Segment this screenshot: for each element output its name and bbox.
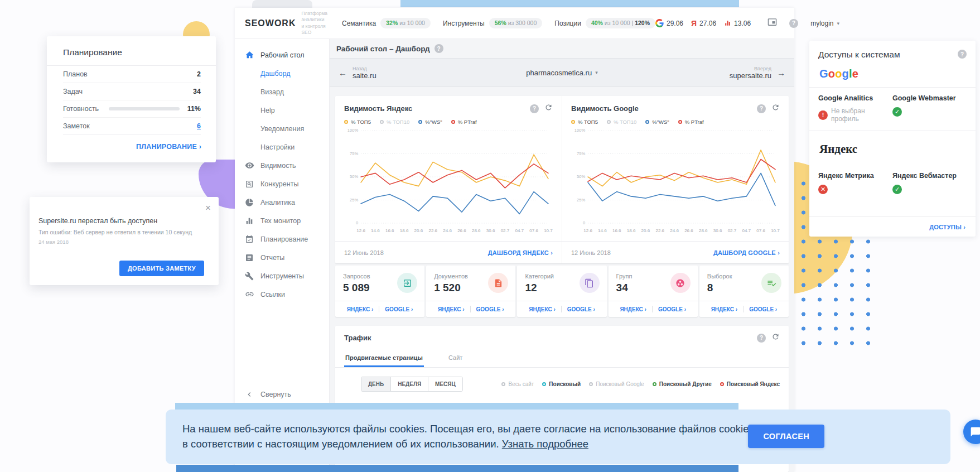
planning-row-planov: Планов 2 xyxy=(63,66,201,83)
screen: SEOWORK Платформа аналитики и контроля S… xyxy=(0,0,980,472)
access-help-icon[interactable]: ? xyxy=(958,50,967,59)
sidebar-item-nastroyki[interactable]: Настройки xyxy=(235,138,329,156)
sidebar-item-planirovanie[interactable]: Планирование xyxy=(235,230,329,248)
learn-more-link[interactable]: Узнать подробнее xyxy=(502,438,588,450)
user-menu[interactable]: mylogin ▾ xyxy=(810,20,839,27)
site-forward[interactable]: Вперед supersaite.ru → xyxy=(730,66,785,80)
period-day-button[interactable]: ДЕНЬ xyxy=(361,377,391,391)
eye-icon xyxy=(244,161,255,170)
svg-text:10.7: 10.7 xyxy=(544,228,553,233)
tab-promoted-pages[interactable]: Продвигаемые страницы xyxy=(344,351,424,367)
notification-card: × Supersite.ru перестал быть доступен Ти… xyxy=(30,197,219,285)
nav-instrumenty[interactable]: Инструменты 56% из 300 000 xyxy=(443,18,542,28)
planirovanie-link[interactable]: ПЛАНИРОВАНИЕ › xyxy=(136,143,201,151)
sidebar-item-vizard[interactable]: Визард xyxy=(235,83,329,101)
sidebar-item-ssylki[interactable]: Ссылки xyxy=(235,285,329,304)
sidebar-collapse-button[interactable]: Свернуть xyxy=(235,385,329,403)
sidebar-item-help[interactable]: Help xyxy=(235,101,329,119)
nav-semantika[interactable]: Семантика 32% из 10 000 xyxy=(342,18,431,28)
filter-ves-sayt[interactable]: Весь сайт xyxy=(501,381,534,387)
page-title-row: Рабочий стол – Дашборд ? xyxy=(330,39,794,58)
cross-icon[interactable]: ✕ xyxy=(818,185,828,194)
yandex-metric[interactable]: Я 27.06 xyxy=(691,19,716,28)
google-link[interactable]: GOOGLE › xyxy=(744,306,783,312)
nav-pozicii[interactable]: Позиции 40% из 10 000 | 120% xyxy=(554,18,655,28)
bars-metric[interactable]: 13.06 xyxy=(724,20,751,27)
google-link[interactable]: GOOGLE › xyxy=(562,306,601,312)
filter-poiskovyy-google[interactable]: Поисковый Google xyxy=(589,381,644,387)
svg-text:22.6: 22.6 xyxy=(428,228,437,233)
sidebar-item-uvedomleniya[interactable]: Уведомления xyxy=(235,119,329,138)
chart-help-icon[interactable]: ? xyxy=(757,334,766,343)
sidebar-item-vidimost[interactable]: Видимость xyxy=(235,156,329,175)
pie-chart-icon xyxy=(244,198,255,207)
zametok-link[interactable]: 6 xyxy=(197,122,201,130)
legend-ptraf[interactable]: % PTraf xyxy=(678,119,704,125)
legend-ws[interactable]: %"WS" xyxy=(418,119,442,125)
sidebar-item-tech-monitor[interactable]: Тех монитор xyxy=(235,211,329,230)
google-metric[interactable]: 29.06 xyxy=(655,19,683,27)
page-help-icon[interactable]: ? xyxy=(435,44,443,53)
yandex-link[interactable]: ЯНДЕКС › xyxy=(432,306,470,312)
svg-text:24.6: 24.6 xyxy=(443,228,452,233)
dashboard-google-link[interactable]: ДАШБОРД GOOGLE › xyxy=(713,249,780,256)
dostupy-link[interactable]: ДОСТУПЫ › xyxy=(929,224,965,230)
refresh-icon[interactable] xyxy=(771,103,780,114)
google-link[interactable]: GOOGLE › xyxy=(379,306,418,312)
sidebar-item-rabochiy-stol[interactable]: Рабочий стол xyxy=(235,46,329,64)
sidebar-item-analitika[interactable]: Аналитика xyxy=(235,193,329,211)
svg-text:28.6: 28.6 xyxy=(472,228,481,233)
filter-poiskovyy-drugie[interactable]: Поисковый Другие xyxy=(653,381,712,387)
site-current-select[interactable]: pharmacosmetica.ru ▾ xyxy=(526,69,597,77)
refresh-icon[interactable] xyxy=(771,333,780,343)
legend-top10[interactable]: % ТОП10 xyxy=(607,119,636,125)
notification-date: 24 мая 2018 xyxy=(38,239,210,245)
yandex-link[interactable]: ЯНДЕКС › xyxy=(614,306,652,312)
chart-help-icon[interactable]: ? xyxy=(757,104,766,113)
svg-text:30.6: 30.6 xyxy=(713,228,722,233)
sidebar-item-dashboard[interactable]: Дашборд xyxy=(235,64,329,83)
display-icon[interactable] xyxy=(767,17,777,29)
svg-text:100%: 100% xyxy=(575,128,586,133)
google-g-icon xyxy=(655,19,664,27)
dashboard-yandex-link[interactable]: ДАШБОРД ЯНДЕКС › xyxy=(488,249,553,256)
legend-top5[interactable]: % ТОП5 xyxy=(344,119,371,125)
sidebar-item-otchety[interactable]: Отчеты xyxy=(235,248,329,267)
app-header: SEOWORK Платформа аналитики и контроля S… xyxy=(235,8,794,39)
period-month-button[interactable]: МЕСЯЦ xyxy=(428,377,462,391)
sidebar-item-konkurenty[interactable]: Конкуренты xyxy=(235,175,329,193)
yandex-link[interactable]: ЯНДЕКС › xyxy=(706,306,744,312)
svg-text:16.6: 16.6 xyxy=(612,228,621,233)
yandex-link[interactable]: ЯНДЕКС › xyxy=(523,306,561,312)
error-icon[interactable]: ! xyxy=(818,110,828,120)
access-panel: Доступы к системам ? Google Google Anali… xyxy=(809,41,976,237)
sidebar-item-instrumenty[interactable]: Инструменты xyxy=(235,267,329,285)
filter-poiskovyy-yandex[interactable]: Поисковый Яндекс xyxy=(720,381,780,387)
chat-fab-button[interactable] xyxy=(963,420,980,444)
filter-poiskovyy[interactable]: Поисковый xyxy=(542,381,581,387)
planning-row-zametok: Заметок 6 xyxy=(63,118,201,135)
google-link[interactable]: GOOGLE › xyxy=(653,306,692,312)
svg-text:18.6: 18.6 xyxy=(400,228,409,233)
agree-button[interactable]: СОГЛАСЕН xyxy=(748,425,824,448)
yandex-link[interactable]: ЯНДЕКС › xyxy=(341,306,379,312)
add-note-button[interactable]: ДОБАВИТЬ ЗАМЕТКУ xyxy=(119,261,204,276)
check-icon[interactable]: ✓ xyxy=(892,107,902,117)
refresh-icon[interactable] xyxy=(544,103,553,114)
yandex-metrika-access: Яндекс Метрика ✕ xyxy=(818,172,892,194)
tab-site[interactable]: Сайт xyxy=(447,351,464,367)
chart-help-icon[interactable]: ? xyxy=(530,104,539,113)
legend-ws[interactable]: %"WS" xyxy=(645,119,669,125)
site-back[interactable]: ← Назад saite.ru xyxy=(339,66,376,80)
google-link[interactable]: GOOGLE › xyxy=(471,306,510,312)
close-icon[interactable]: × xyxy=(205,203,211,214)
google-visibility-chart: Видимость Google ? % ТОП5 % ТОП10 %"WS" … xyxy=(562,96,789,263)
period-week-button[interactable]: НЕДЕЛЯ xyxy=(391,377,428,391)
stat-card-grupp: Групп 34 ЯНДЕКС › GOOGLE › xyxy=(609,266,698,317)
legend-ptraf[interactable]: % PTraf xyxy=(451,119,477,125)
check-icon[interactable]: ✓ xyxy=(892,185,902,194)
legend-top10[interactable]: % ТОП10 xyxy=(380,119,409,125)
legend-top5[interactable]: % ТОП5 xyxy=(571,119,598,125)
help-icon[interactable]: ? xyxy=(789,19,798,28)
link-icon xyxy=(244,290,255,299)
